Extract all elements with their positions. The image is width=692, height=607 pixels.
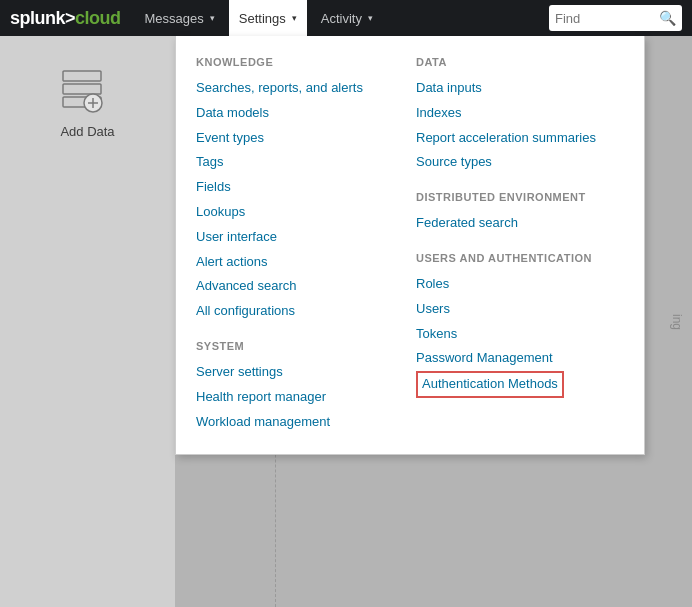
- link-users[interactable]: Users: [416, 297, 596, 322]
- add-data-label: Add Data: [60, 124, 114, 139]
- link-roles[interactable]: Roles: [416, 272, 596, 297]
- activity-button[interactable]: Activity ▾: [311, 0, 383, 36]
- link-report-acceleration[interactable]: Report acceleration summaries: [416, 126, 596, 151]
- dropdown-col-right: DATA Data inputs Indexes Report accelera…: [416, 56, 596, 434]
- link-alert-actions[interactable]: Alert actions: [196, 250, 376, 275]
- brand-text: splunk>cloud: [10, 8, 121, 29]
- brand-logo: splunk>cloud: [10, 8, 121, 29]
- link-lookups[interactable]: Lookups: [196, 200, 376, 225]
- navbar: splunk>cloud Messages ▾ Settings ▾ Activ…: [0, 0, 692, 36]
- link-server-settings[interactable]: Server settings: [196, 360, 376, 385]
- brand-cloud: cloud: [75, 8, 121, 28]
- brand-gt: >: [65, 8, 75, 28]
- settings-label: Settings: [239, 11, 286, 26]
- settings-dropdown: KNOWLEDGE Searches, reports, and alerts …: [175, 36, 645, 455]
- link-workload-management[interactable]: Workload management: [196, 410, 376, 435]
- activity-label: Activity: [321, 11, 362, 26]
- main-content: Add Data ing KNOWLEDGE Searches, reports…: [0, 36, 692, 607]
- add-data-icon: [58, 66, 118, 116]
- link-password-management[interactable]: Password Management: [416, 346, 596, 371]
- system-section-label: SYSTEM: [196, 340, 376, 352]
- activity-caret-icon: ▾: [368, 13, 373, 23]
- link-health-report-manager[interactable]: Health report manager: [196, 385, 376, 410]
- panel-placeholder: ing: [662, 305, 692, 337]
- messages-label: Messages: [145, 11, 204, 26]
- link-tags[interactable]: Tags: [196, 150, 376, 175]
- left-panel: Add Data: [0, 36, 175, 607]
- users-section-label: USERS AND AUTHENTICATION: [416, 252, 596, 264]
- link-authentication-methods[interactable]: Authentication Methods: [416, 371, 564, 398]
- link-advanced-search[interactable]: Advanced search: [196, 274, 376, 299]
- link-federated-search[interactable]: Federated search: [416, 211, 596, 236]
- link-all-configurations[interactable]: All configurations: [196, 299, 376, 324]
- link-data-models[interactable]: Data models: [196, 101, 376, 126]
- settings-button[interactable]: Settings ▾: [229, 0, 307, 36]
- link-data-inputs[interactable]: Data inputs: [416, 76, 596, 101]
- link-user-interface[interactable]: User interface: [196, 225, 376, 250]
- dropdown-col-left: KNOWLEDGE Searches, reports, and alerts …: [196, 56, 376, 434]
- knowledge-section-label: KNOWLEDGE: [196, 56, 376, 68]
- svg-rect-0: [63, 71, 101, 81]
- link-source-types[interactable]: Source types: [416, 150, 596, 175]
- link-event-types[interactable]: Event types: [196, 126, 376, 151]
- distributed-section-label: DISTRIBUTED ENVIRONMENT: [416, 191, 596, 203]
- data-section-label: DATA: [416, 56, 596, 68]
- messages-caret-icon: ▾: [210, 13, 215, 23]
- svg-rect-1: [63, 84, 101, 94]
- search-icon: 🔍: [659, 10, 676, 26]
- find-box: 🔍: [549, 5, 682, 31]
- link-searches-reports-alerts[interactable]: Searches, reports, and alerts: [196, 76, 376, 101]
- link-fields[interactable]: Fields: [196, 175, 376, 200]
- find-input[interactable]: [555, 11, 655, 26]
- link-tokens[interactable]: Tokens: [416, 322, 596, 347]
- brand-splunk: splunk: [10, 8, 65, 28]
- messages-button[interactable]: Messages ▾: [135, 0, 225, 36]
- link-indexes[interactable]: Indexes: [416, 101, 596, 126]
- settings-caret-icon: ▾: [292, 13, 297, 23]
